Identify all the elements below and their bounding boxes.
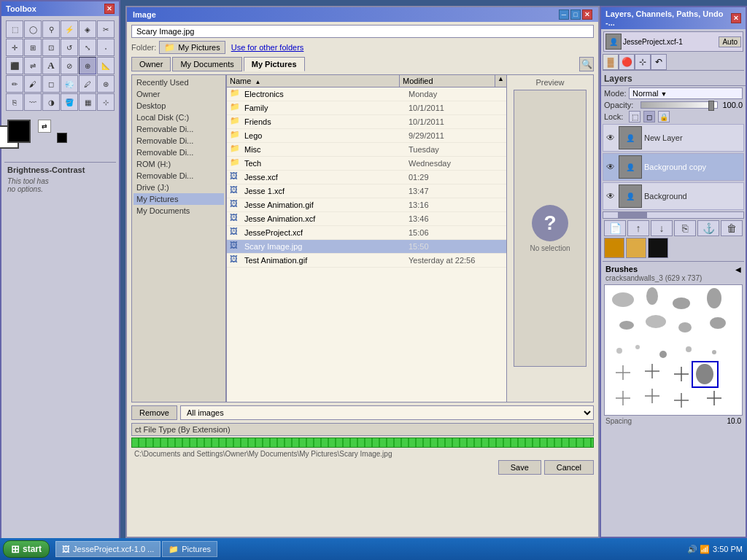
layer-visibility-background-copy[interactable]: 👁 (605, 161, 616, 173)
sidebar-removable-1[interactable]: Removable Di... (133, 123, 224, 135)
file-row-test-anim-gif[interactable]: 🖼 Test Animation.gif Yesterday at 22:56 (227, 254, 506, 268)
color-select-tool[interactable]: ◈ (79, 20, 96, 38)
color-reset-icon[interactable] (57, 133, 67, 143)
cancel-button[interactable]: Cancel (544, 460, 594, 475)
delete-layer-button[interactable]: 🗑 (721, 220, 743, 236)
project-auto-button[interactable]: Auto (719, 36, 741, 47)
eraser-tool[interactable]: ◻ (42, 75, 60, 93)
file-row-scary-image[interactable]: 🖼 Scary Image.jpg 15:50 (227, 240, 506, 254)
color-picker-tool[interactable]: ⊘ (61, 57, 78, 74)
mode-dropdown[interactable]: Normal ▼ (629, 88, 743, 99)
sidebar-my-documents[interactable]: My Documents (133, 205, 224, 217)
layer-visibility-new-layer[interactable]: 👁 (605, 132, 616, 144)
sidebar-owner[interactable]: Owner (133, 88, 224, 100)
pencil-tool[interactable]: ✏ (6, 75, 23, 93)
measure-tool[interactable]: 📐 (97, 57, 115, 74)
paint-tool[interactable]: 🖌 (24, 75, 42, 93)
ellipse-select-tool[interactable]: ◯ (24, 20, 42, 38)
duplicate-layer-button[interactable]: ⎘ (674, 220, 696, 236)
move-layer-up-button[interactable]: ↑ (627, 220, 649, 236)
file-row-tech[interactable]: 📁 Tech Wednesday (227, 157, 506, 171)
layers-close-button[interactable]: ✕ (731, 13, 741, 23)
file-row-misc[interactable]: 📁 Misc Tuesday (227, 143, 506, 157)
rotate-tool[interactable]: ↺ (61, 39, 78, 56)
magnify-tool[interactable]: ⊕ (79, 57, 96, 74)
sidebar-my-pictures[interactable]: My Pictures (133, 193, 224, 205)
layers-scrollbar-thumb[interactable] (618, 212, 647, 218)
free-select-tool[interactable]: ⚲ (42, 20, 60, 38)
scroll-up-button[interactable]: ▲ (495, 75, 506, 87)
taskbar-item-jesse-project[interactable]: 🖼 JesseProject.xcf-1.0 ... (55, 541, 160, 557)
sidebar-removable-3[interactable]: Removable Di... (133, 147, 224, 158)
path-tool[interactable]: ⊹ (97, 93, 115, 111)
dialog-maximize-button[interactable]: □ (570, 9, 581, 20)
anchor-layer-button[interactable]: ⚓ (697, 220, 719, 236)
foreground-color-swatch[interactable] (7, 120, 31, 143)
flip-tool[interactable]: ⇌ (24, 57, 42, 74)
toolbox-close-button[interactable]: ✕ (104, 4, 115, 14)
file-row-family[interactable]: 📁 Family 10/1/2011 (227, 101, 506, 115)
file-row-jesse-anim-gif[interactable]: 🖼 Jesse Animation.gif 13:16 (227, 198, 506, 212)
layer-tab-layers[interactable]: ▓ (603, 54, 619, 70)
file-row-jesse-project[interactable]: 🖼 JesseProject.xcf 15:06 (227, 226, 506, 240)
column-modified-header[interactable]: Modified (400, 75, 495, 87)
color-swatch-black[interactable] (648, 238, 668, 258)
lock-alpha-icon[interactable]: ◻ (643, 111, 655, 122)
airbrush-tool[interactable]: 💨 (61, 75, 78, 93)
file-row-jesse-anim-xcf[interactable]: 🖼 Jesse Animation.xcf 13:46 (227, 212, 506, 226)
text-tool[interactable]: A (42, 57, 60, 74)
filter-dropdown[interactable]: All images (180, 405, 594, 420)
brushes-collapse-button[interactable]: ◀ (735, 265, 741, 273)
file-row-jesse1-xcf[interactable]: 🖼 Jesse 1.xcf 13:47 (227, 184, 506, 198)
crop-tool[interactable]: ⊡ (42, 39, 60, 56)
dodge-tool[interactable]: ◑ (42, 93, 60, 111)
layer-tab-channels[interactable]: 🔴 (619, 54, 635, 70)
bucket-tool[interactable]: 🪣 (61, 93, 78, 111)
heal-tool[interactable]: ⊛ (97, 75, 115, 93)
dialog-close-button[interactable]: ✕ (582, 9, 592, 20)
color-swatch-light-orange[interactable] (626, 238, 646, 258)
sidebar-local-disk[interactable]: Local Disk (C:) (133, 112, 224, 123)
file-row-electronics[interactable]: 📁 Electronics Monday (227, 88, 506, 101)
dialog-minimize-button[interactable]: ─ (559, 9, 569, 20)
fuzzy-select-tool[interactable]: ⚡ (61, 20, 78, 38)
perspective-tool[interactable]: ⬛ (6, 57, 23, 74)
align-tool[interactable]: ⊞ (24, 39, 42, 56)
other-folders-link[interactable]: Use for other folders (231, 43, 304, 52)
sidebar-desktop[interactable]: Desktop (133, 100, 224, 112)
swap-colors-icon[interactable]: ⇄ (38, 120, 51, 133)
new-layer-button[interactable]: 📄 (604, 220, 626, 236)
layer-item-background-copy[interactable]: 👁 👤 Background copy (603, 153, 744, 181)
start-button[interactable]: ⊞ start (3, 540, 50, 558)
color-swatch-orange[interactable] (604, 238, 624, 258)
nav-search-button[interactable]: 🔍 (579, 57, 594, 71)
tab-owner[interactable]: Owner (131, 57, 171, 71)
layer-item-background[interactable]: 👁 👤 Background (603, 182, 744, 210)
move-layer-down-button[interactable]: ↓ (651, 220, 673, 236)
layer-item-new-layer[interactable]: 👁 👤 New Layer (603, 124, 744, 152)
save-button[interactable]: Save (498, 460, 541, 475)
column-name-header[interactable]: Name ▲ (227, 75, 400, 87)
file-row-jesse-xcf[interactable]: 🖼 Jesse.xcf 01:29 (227, 171, 506, 184)
taskbar-item-pictures[interactable]: 📁 Pictures (162, 541, 217, 557)
scale-tool[interactable]: ⤡ (79, 39, 96, 56)
sidebar-rom[interactable]: ROM (H:) (133, 158, 224, 170)
remove-button[interactable]: Remove (131, 405, 177, 420)
layers-scrollbar[interactable] (603, 211, 744, 219)
filename-bar[interactable]: Scary Image.jpg (131, 25, 594, 38)
ink-tool[interactable]: 🖊 (79, 75, 96, 93)
smudge-tool[interactable]: 〰 (24, 93, 42, 111)
layer-tab-undo[interactable]: ↶ (651, 54, 667, 70)
clone-tool[interactable]: ⎘ (6, 93, 23, 111)
file-row-friends[interactable]: 📁 Friends 10/1/2011 (227, 115, 506, 129)
sidebar-recently-used[interactable]: Recently Used (133, 77, 224, 88)
tab-my-pictures[interactable]: My Pictures (244, 57, 305, 71)
layer-visibility-background[interactable]: 👁 (605, 190, 616, 202)
move-tool[interactable]: ✛ (6, 39, 23, 56)
lock-pixels-icon[interactable]: ⬚ (629, 111, 640, 122)
opacity-slider[interactable] (640, 101, 718, 109)
sidebar-drive-j[interactable]: Drive (J:) (133, 182, 224, 193)
tab-my-documents[interactable]: My Documents (172, 57, 241, 71)
blend-tool[interactable]: ▦ (79, 93, 96, 111)
file-row-lego[interactable]: 📁 Lego 9/29/2011 (227, 129, 506, 143)
